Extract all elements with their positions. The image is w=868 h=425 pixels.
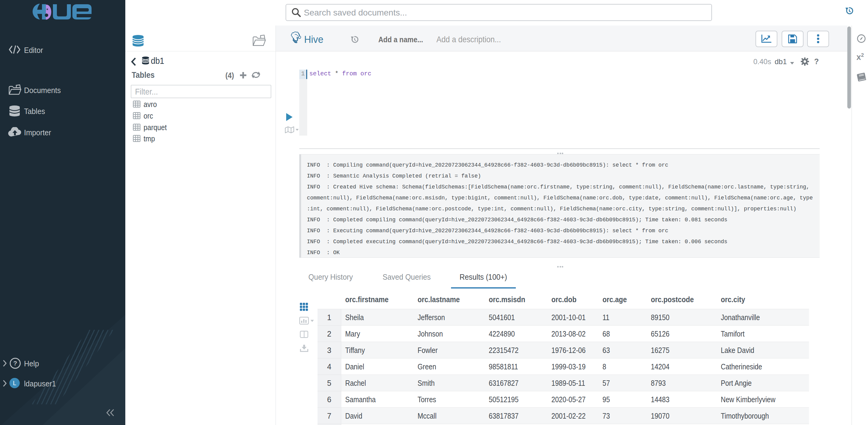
svg-text:?: ? (13, 360, 17, 367)
